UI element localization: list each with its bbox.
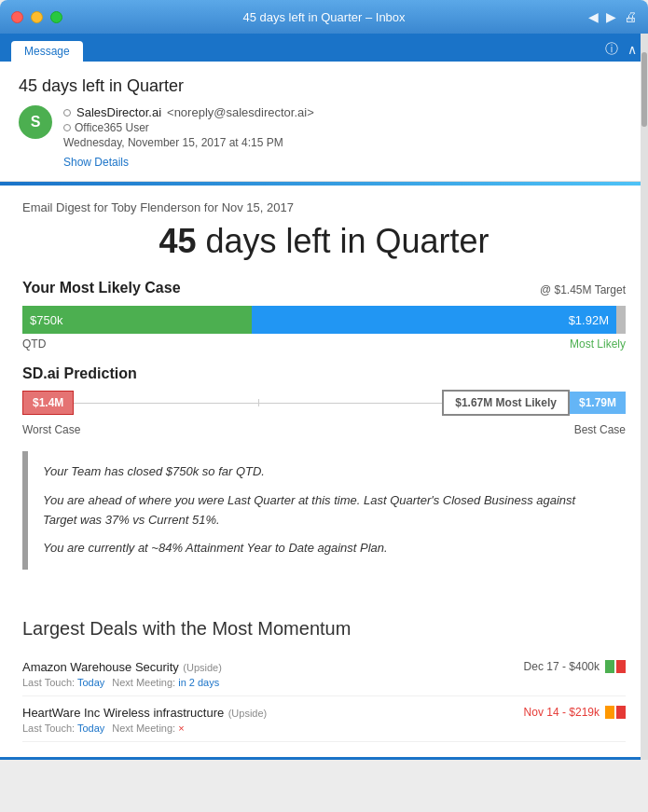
sender-email: <noreply@salesdirector.ai> — [167, 105, 314, 119]
back-icon[interactable]: ◀ — [588, 9, 599, 24]
email-date: Wednesday, November 15, 2017 at 4:15 PM — [63, 136, 629, 149]
main-headline: 45 days left in Quarter — [22, 222, 626, 261]
text3: You are currently at ~84% Attainment Yea… — [43, 539, 611, 558]
pred-best-value: $1.79M — [570, 392, 626, 414]
text2: You are ahead of where you were Last Qua… — [43, 491, 611, 530]
tab-bar: Message ⓘ ∧ — [0, 34, 648, 62]
title-bar-right: ◀ ▶ 🖨 — [588, 9, 637, 24]
email-body: Email Digest for Toby Flenderson for Nov… — [0, 182, 648, 760]
deals-section: Largest Deals with the Most Momentum Ama… — [0, 603, 648, 757]
last-touch-link[interactable]: Today — [77, 723, 104, 734]
most-likely-title: Your Most Likely Case — [22, 280, 181, 296]
window-title: 45 days left in Quarter – Inbox — [242, 10, 405, 24]
bar-orange — [605, 706, 614, 719]
deal-name: Amazon Warehouse Security — [22, 660, 179, 674]
progress-green: $750k — [22, 306, 252, 334]
prediction-section: SD.ai Prediction $1.4M $1.67M Most Likel… — [22, 365, 626, 436]
scrollbar-thumb[interactable] — [641, 52, 647, 127]
window-controls — [11, 11, 62, 23]
best-case-label: Best Case — [574, 423, 626, 436]
deal-name-wrap: Amazon Warehouse Security (Upside) — [22, 658, 222, 675]
sender-org: Office365 User — [63, 121, 629, 134]
print-icon[interactable]: 🖨 — [624, 9, 637, 24]
avatar: S — [19, 105, 52, 139]
sender-info: SalesDirector.ai <noreply@salesdirector.… — [63, 105, 629, 170]
qtd-row: QTD Most Likely — [22, 337, 626, 351]
progress-blue: $1.92M — [252, 306, 616, 334]
sender-line: SalesDirector.ai <noreply@salesdirector.… — [63, 105, 629, 119]
deal-row-top: Amazon Warehouse Security (Upside) Dec 1… — [22, 658, 626, 675]
deal-row: Amazon Warehouse Security (Upside) Dec 1… — [22, 651, 626, 696]
title-bar: 45 days left in Quarter – Inbox ◀ ▶ 🖨 — [0, 0, 648, 34]
deal-meta-right: Nov 14 - $219k — [524, 706, 626, 719]
scrollbar[interactable] — [641, 34, 648, 760]
last-touch-link[interactable]: Today — [77, 677, 104, 688]
target-label: @ $1.45M Target — [540, 283, 626, 296]
qtd-label: QTD — [22, 337, 46, 351]
org-dot — [63, 124, 71, 131]
deal-name-wrap: HeartWare Inc Wireless infrastructure (U… — [22, 704, 267, 721]
deal-date-amount: Nov 14 - $219k — [524, 706, 600, 719]
next-meeting-link[interactable]: in 2 days — [178, 677, 219, 688]
next-meeting-x: × — [178, 723, 184, 734]
minimize-button[interactable] — [31, 11, 43, 23]
pred-worst-value: $1.4M — [22, 391, 74, 415]
deal-row-top: HeartWare Inc Wireless infrastructure (U… — [22, 704, 626, 721]
deal-meta: Last Touch: Today Next Meeting: × — [22, 723, 626, 734]
deal-upside: (Upside) — [183, 662, 222, 673]
email-subject: 45 days left in Quarter — [19, 76, 629, 96]
digest-label: Email Digest for Toby Flenderson for Nov… — [22, 200, 626, 214]
close-button[interactable] — [11, 11, 23, 23]
email-meta: S SalesDirector.ai <noreply@salesdirecto… — [19, 105, 629, 170]
forward-icon[interactable]: ▶ — [606, 9, 616, 24]
body-inner: Email Digest for Toby Flenderson for Nov… — [0, 186, 648, 603]
progress-gray — [616, 306, 626, 334]
pred-most-likely-value: $1.67M Most Likely — [442, 390, 570, 416]
progress-bar: $750k $1.92M — [22, 306, 626, 334]
prediction-title: SD.ai Prediction — [22, 365, 626, 382]
prediction-bar: $1.4M $1.67M Most Likely $1.79M — [22, 390, 626, 416]
tab-message[interactable]: Message — [11, 41, 83, 62]
headline-number: 45 — [159, 222, 196, 260]
deal-bars — [605, 706, 626, 719]
deal-meta: Last Touch: Today Next Meeting: in 2 day… — [22, 677, 626, 688]
sender-name: SalesDirector.ai — [76, 105, 161, 119]
deal-bars — [605, 660, 626, 673]
deals-title: Largest Deals with the Most Momentum — [22, 618, 626, 640]
most-likely-section: Your Most Likely Case @ $1.45M Target $7… — [22, 280, 626, 351]
help-icon[interactable]: ⓘ — [605, 41, 618, 58]
worst-case-label: Worst Case — [22, 423, 80, 436]
headline-rest: days left in Quarter — [196, 222, 489, 260]
bar-red — [616, 706, 626, 719]
show-details-link[interactable]: Show Details — [63, 156, 129, 169]
deal-date-amount: Dec 17 - $400k — [524, 660, 600, 673]
pred-labels: Worst Case Best Case — [22, 423, 626, 436]
deal-meta-right: Dec 17 - $400k — [524, 660, 626, 673]
tab-bar-right: ⓘ ∧ — [605, 41, 637, 62]
bar-green — [605, 660, 614, 673]
most-likely-sublabel: Most Likely — [570, 337, 626, 351]
expand-icon[interactable]: ∧ — [627, 42, 637, 57]
bar-red — [616, 660, 626, 673]
deal-upside: (Upside) — [228, 708, 268, 719]
text1: Your Team has closed $750k so far QTD. — [43, 462, 611, 482]
deal-row: HeartWare Inc Wireless infrastructure (U… — [22, 696, 626, 742]
pred-line — [74, 403, 442, 404]
email-header: 45 days left in Quarter S SalesDirector.… — [0, 62, 648, 182]
text-block: Your Team has closed $750k so far QTD. Y… — [22, 451, 626, 570]
maximize-button[interactable] — [50, 11, 62, 23]
sender-status-dot — [63, 109, 71, 117]
deal-name: HeartWare Inc Wireless infrastructure — [22, 706, 224, 720]
